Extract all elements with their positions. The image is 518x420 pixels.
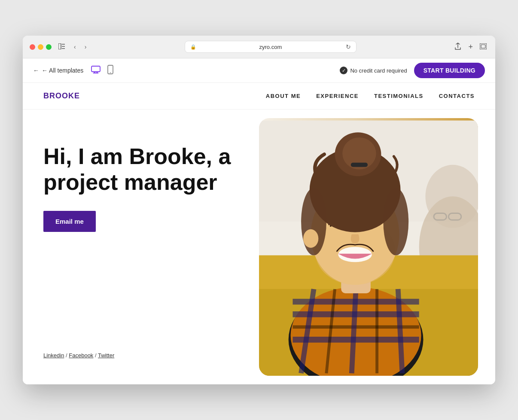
traffic-light-fullscreen[interactable] <box>46 44 52 50</box>
nav-experience[interactable]: EXPERIENCE <box>316 93 359 99</box>
hero-title: Hi, I am Brooke, a project manager <box>43 144 238 195</box>
site-logo: BROOKE <box>43 91 80 100</box>
traffic-lights <box>30 44 52 50</box>
share-button[interactable] <box>453 42 463 52</box>
nav-about-me[interactable]: ABOUT ME <box>266 93 301 99</box>
svg-point-42 <box>383 188 408 256</box>
nav-contacts[interactable]: CONTACTS <box>439 93 475 99</box>
no-credit-label: No credit card required <box>350 67 407 74</box>
all-templates-label: ← All templates <box>42 67 83 74</box>
tabs-button[interactable] <box>478 43 488 52</box>
twitter-link[interactable]: Twitter <box>98 352 114 359</box>
facebook-link[interactable]: Facebook <box>69 352 93 359</box>
address-bar[interactable]: 🔒 zyro.com ↻ <box>185 41 357 53</box>
url-text: zyro.com <box>198 44 343 50</box>
all-templates-button[interactable]: ← ← All templates <box>33 67 83 74</box>
hero-content: Hi, I am Brooke, a project manager Email… <box>23 110 259 384</box>
nav-testimonials[interactable]: TESTIMONIALS <box>374 93 424 99</box>
hero-section: Hi, I am Brooke, a project manager Email… <box>23 110 495 384</box>
svg-rect-0 <box>58 43 61 49</box>
browser-actions: + <box>453 42 488 52</box>
toolbar-right: ✓ No credit card required START BUILDING <box>340 63 485 78</box>
hero-image-container <box>259 118 478 376</box>
site-nav: BROOKE ABOUT ME EXPERIENCE TESTIMONIALS … <box>23 83 495 110</box>
no-credit-card-notice: ✓ No credit card required <box>340 67 407 74</box>
forward-nav-button[interactable]: › <box>83 43 88 51</box>
traffic-light-close[interactable] <box>30 44 35 50</box>
svg-rect-40 <box>351 163 368 167</box>
back-nav-button[interactable]: ‹ <box>72 43 78 51</box>
svg-point-11 <box>110 72 111 73</box>
traffic-light-minimize[interactable] <box>38 44 43 50</box>
social-sep-2: / <box>93 352 98 359</box>
check-icon: ✓ <box>340 67 347 74</box>
social-sep-1: / <box>64 352 69 359</box>
back-arrow-icon: ← <box>33 67 39 74</box>
website-preview: BROOKE ABOUT ME EXPERIENCE TESTIMONIALS … <box>23 83 495 384</box>
social-links: Linkedin / Facebook / Twitter <box>43 335 238 359</box>
device-toggle-buttons <box>90 64 114 77</box>
new-tab-button[interactable]: + <box>466 42 475 52</box>
desktop-view-button[interactable] <box>90 64 101 77</box>
browser-window: ‹ › 🔒 zyro.com ↻ + <box>23 36 495 384</box>
mobile-view-button[interactable] <box>107 64 114 77</box>
linkedin-link[interactable]: Linkedin <box>43 352 64 359</box>
start-building-button[interactable]: START BUILDING <box>414 63 485 78</box>
hero-illustration <box>259 118 478 376</box>
refresh-button[interactable]: ↻ <box>346 43 351 50</box>
svg-rect-6 <box>91 66 100 72</box>
lock-icon: 🔒 <box>190 44 196 50</box>
hero-image-area <box>259 110 495 384</box>
site-nav-links: ABOUT ME EXPERIENCE TESTIMONIALS CONTACT… <box>266 93 475 99</box>
email-me-button[interactable]: Email me <box>43 211 96 232</box>
svg-point-43 <box>303 229 318 248</box>
browser-chrome: ‹ › 🔒 zyro.com ↻ + <box>23 36 495 58</box>
svg-point-17 <box>425 165 478 228</box>
svg-rect-5 <box>481 45 485 48</box>
sidebar-toggle-button[interactable] <box>57 43 67 52</box>
zyro-toolbar: ← ← All templates ✓ <box>23 58 495 83</box>
